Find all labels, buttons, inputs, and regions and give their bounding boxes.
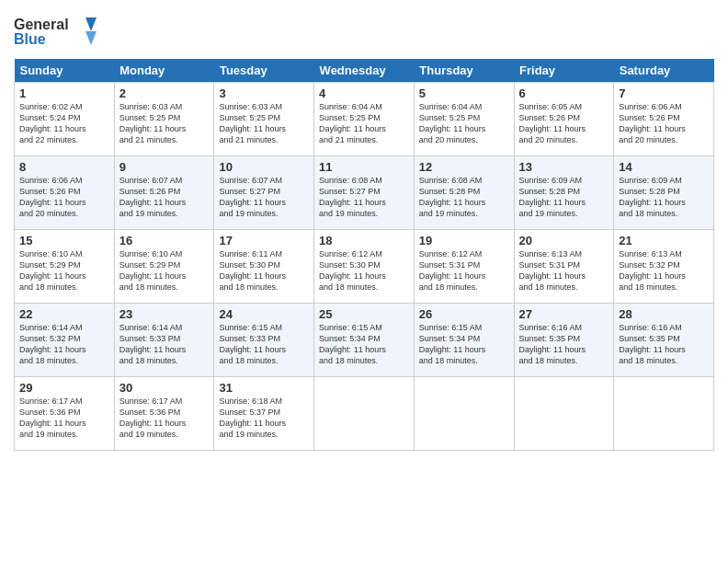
- day-cell: 5Sunrise: 6:04 AM Sunset: 5:25 PM Daylig…: [414, 83, 514, 156]
- svg-text:Blue: Blue: [14, 31, 46, 47]
- day-cell: [314, 377, 415, 451]
- day-info: Sunrise: 6:13 AM Sunset: 5:31 PM Dayligh…: [519, 248, 609, 293]
- day-cell: 27Sunrise: 6:16 AM Sunset: 5:35 PM Dayli…: [514, 304, 614, 377]
- day-number: 31: [219, 381, 309, 395]
- day-number: 24: [219, 307, 309, 321]
- week-row-1: 1Sunrise: 6:02 AM Sunset: 5:24 PM Daylig…: [15, 83, 714, 156]
- day-cell: 23Sunrise: 6:14 AM Sunset: 5:33 PM Dayli…: [114, 304, 214, 377]
- calendar-header: SundayMondayTuesdayWednesdayThursdayFrid…: [15, 59, 714, 83]
- header-cell-friday: Friday: [514, 59, 614, 83]
- day-number: 15: [19, 234, 109, 247]
- day-info: Sunrise: 6:14 AM Sunset: 5:32 PM Dayligh…: [19, 322, 109, 367]
- day-number: 1: [19, 86, 109, 100]
- day-cell: 15Sunrise: 6:10 AM Sunset: 5:29 PM Dayli…: [15, 230, 115, 304]
- day-cell: 24Sunrise: 6:15 AM Sunset: 5:33 PM Dayli…: [214, 304, 314, 377]
- day-info: Sunrise: 6:02 AM Sunset: 5:24 PM Dayligh…: [19, 101, 109, 146]
- day-cell: 1Sunrise: 6:02 AM Sunset: 5:24 PM Daylig…: [15, 83, 115, 156]
- day-number: 16: [119, 234, 210, 247]
- day-info: Sunrise: 6:12 AM Sunset: 5:30 PM Dayligh…: [319, 248, 409, 293]
- day-number: 4: [319, 86, 409, 100]
- day-info: Sunrise: 6:07 AM Sunset: 5:26 PM Dayligh…: [119, 175, 210, 220]
- day-info: Sunrise: 6:09 AM Sunset: 5:28 PM Dayligh…: [619, 175, 709, 220]
- day-info: Sunrise: 6:17 AM Sunset: 5:36 PM Dayligh…: [19, 396, 109, 441]
- day-cell: 19Sunrise: 6:12 AM Sunset: 5:31 PM Dayli…: [414, 230, 514, 304]
- day-info: Sunrise: 6:16 AM Sunset: 5:35 PM Dayligh…: [519, 322, 609, 367]
- day-number: 21: [619, 234, 709, 247]
- header-cell-tuesday: Tuesday: [214, 59, 314, 83]
- day-number: 8: [19, 160, 109, 174]
- day-cell: 3Sunrise: 6:03 AM Sunset: 5:25 PM Daylig…: [214, 83, 314, 156]
- day-info: Sunrise: 6:03 AM Sunset: 5:25 PM Dayligh…: [119, 101, 210, 146]
- week-row-2: 8Sunrise: 6:06 AM Sunset: 5:26 PM Daylig…: [15, 156, 714, 230]
- logo-text: General Blue: [14, 13, 97, 53]
- day-number: 20: [519, 234, 609, 247]
- day-info: Sunrise: 6:11 AM Sunset: 5:30 PM Dayligh…: [219, 248, 309, 293]
- day-cell: 6Sunrise: 6:05 AM Sunset: 5:26 PM Daylig…: [514, 83, 614, 156]
- svg-text:General: General: [14, 17, 69, 32]
- day-cell: 22Sunrise: 6:14 AM Sunset: 5:32 PM Dayli…: [15, 304, 115, 377]
- day-number: 18: [319, 234, 409, 247]
- day-number: 28: [619, 307, 709, 321]
- day-number: 7: [619, 86, 709, 100]
- day-number: 19: [419, 234, 509, 247]
- day-number: 13: [519, 160, 609, 174]
- day-cell: 25Sunrise: 6:15 AM Sunset: 5:34 PM Dayli…: [314, 304, 415, 377]
- day-number: 6: [519, 86, 609, 100]
- header: General Blue: [14, 9, 714, 53]
- day-number: 25: [319, 307, 409, 321]
- day-cell: 29Sunrise: 6:17 AM Sunset: 5:36 PM Dayli…: [15, 377, 115, 451]
- day-cell: 30Sunrise: 6:17 AM Sunset: 5:36 PM Dayli…: [114, 377, 214, 451]
- day-info: Sunrise: 6:13 AM Sunset: 5:32 PM Dayligh…: [619, 248, 709, 293]
- week-row-5: 29Sunrise: 6:17 AM Sunset: 5:36 PM Dayli…: [15, 377, 714, 451]
- header-cell-wednesday: Wednesday: [314, 59, 415, 83]
- day-info: Sunrise: 6:08 AM Sunset: 5:28 PM Dayligh…: [419, 175, 509, 220]
- day-cell: [414, 377, 514, 451]
- day-number: 9: [119, 160, 210, 174]
- day-number: 29: [19, 381, 109, 395]
- day-info: Sunrise: 6:12 AM Sunset: 5:31 PM Dayligh…: [419, 248, 509, 293]
- day-cell: 10Sunrise: 6:07 AM Sunset: 5:27 PM Dayli…: [214, 156, 314, 230]
- day-cell: 17Sunrise: 6:11 AM Sunset: 5:30 PM Dayli…: [214, 230, 314, 304]
- day-info: Sunrise: 6:04 AM Sunset: 5:25 PM Dayligh…: [419, 101, 509, 146]
- day-number: 26: [419, 307, 509, 321]
- day-info: Sunrise: 6:15 AM Sunset: 5:33 PM Dayligh…: [219, 322, 309, 367]
- week-row-4: 22Sunrise: 6:14 AM Sunset: 5:32 PM Dayli…: [15, 304, 714, 377]
- calendar-table: SundayMondayTuesdayWednesdayThursdayFrid…: [14, 59, 714, 451]
- day-cell: 13Sunrise: 6:09 AM Sunset: 5:28 PM Dayli…: [514, 156, 614, 230]
- header-cell-monday: Monday: [114, 59, 214, 83]
- day-cell: 26Sunrise: 6:15 AM Sunset: 5:34 PM Dayli…: [414, 304, 514, 377]
- day-cell: 7Sunrise: 6:06 AM Sunset: 5:26 PM Daylig…: [614, 83, 714, 156]
- day-info: Sunrise: 6:08 AM Sunset: 5:27 PM Dayligh…: [319, 175, 409, 220]
- day-info: Sunrise: 6:10 AM Sunset: 5:29 PM Dayligh…: [19, 248, 109, 293]
- day-info: Sunrise: 6:10 AM Sunset: 5:29 PM Dayligh…: [119, 248, 210, 293]
- day-cell: [614, 377, 714, 451]
- day-cell: 14Sunrise: 6:09 AM Sunset: 5:28 PM Dayli…: [614, 156, 714, 230]
- calendar-body: 1Sunrise: 6:02 AM Sunset: 5:24 PM Daylig…: [15, 83, 714, 451]
- svg-marker-2: [85, 17, 97, 31]
- day-cell: 12Sunrise: 6:08 AM Sunset: 5:28 PM Dayli…: [414, 156, 514, 230]
- day-cell: 4Sunrise: 6:04 AM Sunset: 5:25 PM Daylig…: [314, 83, 415, 156]
- day-info: Sunrise: 6:14 AM Sunset: 5:33 PM Dayligh…: [119, 322, 210, 367]
- day-cell: 21Sunrise: 6:13 AM Sunset: 5:32 PM Dayli…: [614, 230, 714, 304]
- day-number: 10: [219, 160, 309, 174]
- day-number: 5: [419, 86, 509, 100]
- day-info: Sunrise: 6:17 AM Sunset: 5:36 PM Dayligh…: [119, 396, 210, 441]
- day-number: 17: [219, 234, 309, 247]
- day-info: Sunrise: 6:18 AM Sunset: 5:37 PM Dayligh…: [219, 396, 309, 441]
- week-row-3: 15Sunrise: 6:10 AM Sunset: 5:29 PM Dayli…: [15, 230, 714, 304]
- day-cell: 2Sunrise: 6:03 AM Sunset: 5:25 PM Daylig…: [114, 83, 214, 156]
- day-cell: 20Sunrise: 6:13 AM Sunset: 5:31 PM Dayli…: [514, 230, 614, 304]
- logo: General Blue: [14, 13, 97, 53]
- day-cell: 18Sunrise: 6:12 AM Sunset: 5:30 PM Dayli…: [314, 230, 415, 304]
- header-row: SundayMondayTuesdayWednesdayThursdayFrid…: [15, 59, 714, 83]
- day-info: Sunrise: 6:06 AM Sunset: 5:26 PM Dayligh…: [619, 101, 709, 146]
- day-info: Sunrise: 6:04 AM Sunset: 5:25 PM Dayligh…: [319, 101, 409, 146]
- day-cell: 11Sunrise: 6:08 AM Sunset: 5:27 PM Dayli…: [314, 156, 415, 230]
- day-number: 3: [219, 86, 309, 100]
- day-number: 14: [619, 160, 709, 174]
- day-info: Sunrise: 6:06 AM Sunset: 5:26 PM Dayligh…: [19, 175, 109, 220]
- day-info: Sunrise: 6:15 AM Sunset: 5:34 PM Dayligh…: [319, 322, 409, 367]
- day-info: Sunrise: 6:16 AM Sunset: 5:35 PM Dayligh…: [619, 322, 709, 367]
- page-container: General Blue SundayMondayTuesdayWednesda…: [0, 0, 728, 460]
- day-info: Sunrise: 6:03 AM Sunset: 5:25 PM Dayligh…: [219, 101, 309, 146]
